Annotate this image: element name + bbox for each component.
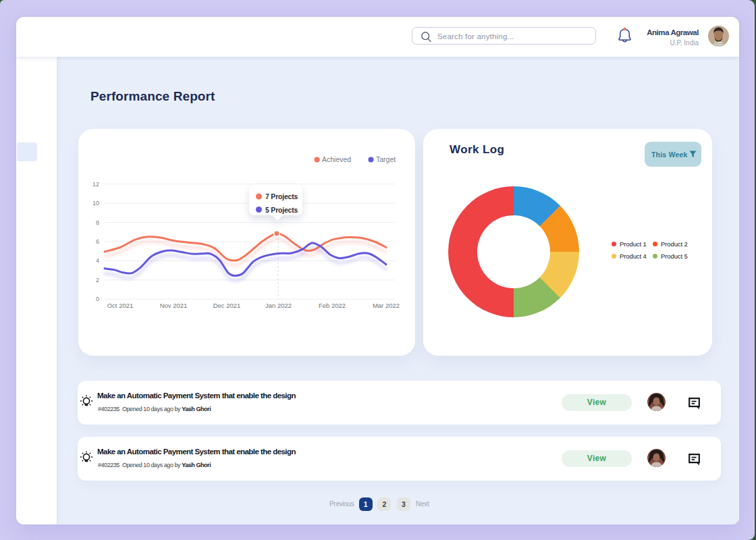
svg-text:6: 6 xyxy=(96,238,99,245)
svg-text:Feb 2022: Feb 2022 xyxy=(319,302,346,309)
svg-text:Target: Target xyxy=(376,155,396,163)
svg-text:0: 0 xyxy=(96,296,99,302)
svg-text:Oct 2021: Oct 2021 xyxy=(107,302,134,309)
svg-text:7 Projects: 7 Projects xyxy=(265,192,298,200)
svg-text:2: 2 xyxy=(96,277,99,284)
svg-text:10: 10 xyxy=(92,200,99,207)
svg-text:Dec 2021: Dec 2021 xyxy=(213,302,241,309)
svg-text:12: 12 xyxy=(92,181,99,188)
svg-text:Jan 2022: Jan 2022 xyxy=(265,302,292,309)
svg-text:Achieved: Achieved xyxy=(322,155,351,163)
svg-text:8: 8 xyxy=(96,219,99,226)
svg-text:Nov 2021: Nov 2021 xyxy=(160,302,188,309)
svg-text:4: 4 xyxy=(96,257,99,264)
svg-text:5 Projects: 5 Projects xyxy=(265,206,298,214)
svg-text:Mar 2022: Mar 2022 xyxy=(373,302,400,309)
